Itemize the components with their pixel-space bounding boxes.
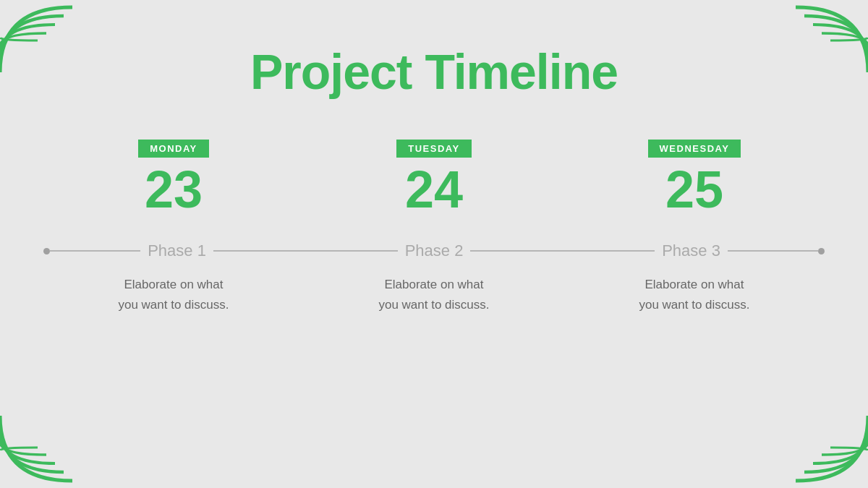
phase-3-timeline-row: Phase 3: [564, 241, 825, 260]
phase-2-left-line: [304, 250, 398, 252]
corner-bottom-left-decoration: [0, 408, 80, 488]
phase-3-right-line: [728, 250, 818, 252]
phase-1-right-line: [213, 250, 304, 252]
phase-3-description: Elaborate on what you want to discuss.: [639, 275, 749, 315]
corner-top-right-decoration: [788, 0, 868, 80]
phase-3-day-badge: WEDNESDAY: [648, 140, 741, 158]
page-title: Project Timeline: [250, 43, 618, 100]
phase-2-description: Elaborate on what you want to discuss.: [378, 275, 489, 315]
phase-2-right-line: [470, 250, 564, 252]
slide: Project Timeline MONDAY 23 Phase 1 Elabo…: [0, 0, 868, 488]
phase-2-timeline-row: Phase 2: [304, 241, 564, 260]
phase-3-right-dot: [818, 248, 825, 254]
timeline-container: MONDAY 23 Phase 1 Elaborate on what you …: [0, 140, 868, 315]
phase-3-left-line: [564, 250, 655, 252]
phase-1-date: 23: [145, 163, 203, 215]
phase-1-left-dot: [43, 248, 50, 254]
phase-1-label: Phase 1: [140, 241, 213, 260]
phase-1-description: Elaborate on what you want to discuss.: [118, 275, 229, 315]
phase-1-day-badge: MONDAY: [138, 140, 209, 158]
phase-3-date: 25: [665, 163, 723, 215]
phase-2-date: 24: [405, 163, 463, 215]
phase-3-label: Phase 3: [655, 241, 728, 260]
phase-2-block: TUESDAY 24 Phase 2 Elaborate on what you…: [304, 140, 564, 315]
phase-1-block: MONDAY 23 Phase 1 Elaborate on what you …: [43, 140, 304, 315]
phase-1-timeline-row: Phase 1: [43, 241, 304, 260]
phase-1-left-line: [50, 250, 140, 252]
corner-top-left-decoration: [0, 0, 80, 80]
phase-2-day-badge: TUESDAY: [396, 140, 471, 158]
phase-2-label: Phase 2: [398, 241, 471, 260]
phase-3-block: WEDNESDAY 25 Phase 3 Elaborate on what y…: [564, 140, 825, 315]
corner-bottom-right-decoration: [788, 408, 868, 488]
